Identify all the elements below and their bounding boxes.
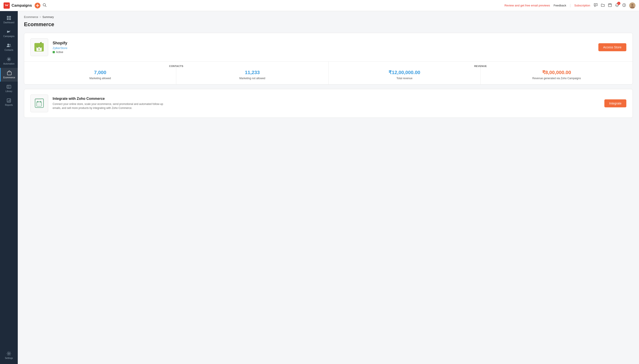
layout: Dashboard Campaigns Contacts Automation … (0, 11, 639, 364)
automation-icon (7, 57, 11, 62)
sidebar-item-library[interactable]: Library (0, 82, 18, 96)
svg-point-17 (9, 44, 11, 45)
access-store-button[interactable]: Access Store (598, 43, 626, 51)
shopify-header: S Shopify ZylkerStore Active Access Stor… (24, 33, 632, 62)
contacts-values: 7,000 Marketing allowed 11,233 Marketing… (24, 68, 328, 84)
contacts-icon (7, 43, 11, 48)
svg-rect-14 (7, 18, 9, 20)
total-revenue-stat: ₹12,00,000.00 Total revenue (329, 68, 480, 84)
shopify-logo: S (31, 38, 48, 56)
bell-icon[interactable]: 3 (615, 3, 619, 8)
page-title: Ecommerce (24, 21, 633, 28)
sidebar: Dashboard Campaigns Contacts Automation … (0, 11, 18, 364)
sidebar-item-contacts[interactable]: Contacts (0, 40, 18, 54)
shopify-card: S Shopify ZylkerStore Active Access Stor… (24, 33, 633, 84)
svg-point-18 (8, 58, 10, 60)
svg-point-27 (8, 353, 10, 354)
total-revenue-value: ₹12,00,000.00 (331, 70, 478, 76)
campaigns-revenue-stat: ₹8,00,000.00 Revenue generated via Zoho … (480, 68, 632, 84)
status-dot (53, 51, 55, 53)
campaigns-revenue-value: ₹8,00,000.00 (483, 70, 630, 76)
shopify-info: Shopify ZylkerStore Active (53, 41, 594, 54)
stats-table: CONTACTS 7,000 Marketing allowed 11,233 … (24, 62, 632, 84)
messages-icon[interactable] (594, 3, 598, 8)
review-link[interactable]: Review and get free email previews (504, 4, 550, 7)
zoho-commerce-card: Integrate with Zoho Commerce Connect you… (24, 89, 633, 118)
status-text: Active (56, 50, 63, 54)
calendar-icon[interactable] (608, 3, 612, 8)
commerce-card-inner: Integrate with Zoho Commerce Connect you… (24, 89, 632, 118)
marketing-not-allowed-stat: 11,233 Marketing not allowed (176, 68, 328, 84)
revenue-stats: REVENUE ₹12,00,000.00 Total revenue ₹8,0… (328, 62, 633, 84)
sidebar-item-automation[interactable]: Automation (0, 54, 18, 68)
svg-point-11 (631, 4, 633, 6)
folder-icon[interactable] (601, 3, 605, 8)
marketing-allowed-stat: 7,000 Marketing allowed (24, 68, 176, 84)
search-icon[interactable] (43, 3, 47, 8)
shopify-name: Shopify (53, 41, 594, 46)
sidebar-item-dashboard[interactable]: Dashboard (0, 13, 18, 26)
sidebar-label-contacts: Contacts (5, 49, 13, 52)
svg-point-16 (7, 44, 9, 46)
app-logo[interactable]: Campaigns (4, 2, 32, 9)
user-avatar[interactable] (629, 2, 635, 9)
sidebar-label-reports: Reports (5, 104, 13, 106)
sidebar-label-dashboard: Dashboard (4, 21, 15, 24)
reports-icon (7, 98, 11, 103)
sidebar-item-reports[interactable]: Reports (0, 96, 18, 109)
sidebar-label-automation: Automation (3, 62, 15, 65)
contacts-stats: CONTACTS 7,000 Marketing allowed 11,233 … (24, 62, 328, 84)
sidebar-item-campaigns[interactable]: Campaigns (0, 26, 18, 40)
integrate-button[interactable]: Integrate (604, 99, 626, 107)
breadcrumb-current: Summary (42, 16, 54, 19)
svg-text:S: S (38, 48, 40, 50)
campaigns-icon (7, 29, 11, 34)
shopify-logo-svg: S (33, 41, 46, 54)
main-content: Ecommerce > Summary Ecommerce S (18, 11, 639, 364)
revenue-values: ₹12,00,000.00 Total revenue ₹8,00,000.00… (329, 68, 633, 84)
marketing-not-allowed-label: Marketing not allowed (178, 77, 326, 80)
breadcrumb-separator: > (40, 16, 41, 19)
commerce-desc: Connect your online store, scale your ec… (53, 102, 164, 110)
help-icon[interactable]: ? (622, 3, 626, 8)
commerce-title: Integrate with Zoho Commerce (53, 97, 600, 101)
breadcrumb: Ecommerce > Summary (24, 16, 633, 19)
ecommerce-icon (7, 70, 12, 76)
revenue-section-title: REVENUE (329, 62, 633, 68)
logo-icon (4, 2, 10, 9)
dashboard-icon (7, 16, 11, 20)
svg-rect-13 (9, 16, 11, 18)
sidebar-item-settings[interactable]: Settings (0, 348, 18, 362)
sidebar-label-settings: Settings (5, 357, 13, 360)
marketing-allowed-value: 7,000 (27, 70, 174, 76)
sidebar-label-campaigns: Campaigns (3, 35, 15, 38)
app-name: Campaigns (12, 3, 32, 8)
commerce-info: Integrate with Zoho Commerce Connect you… (53, 97, 600, 110)
sidebar-label-library: Library (6, 90, 13, 93)
add-button[interactable] (35, 3, 41, 8)
commerce-logo-svg (33, 98, 46, 110)
nav-icons: 3 ? (594, 2, 635, 9)
subscription-link[interactable]: Subscription (574, 4, 590, 7)
campaigns-revenue-label: Revenue generated via Zoho Campaigns (483, 77, 630, 80)
svg-rect-15 (9, 18, 11, 20)
commerce-logo (31, 94, 48, 112)
top-nav: Campaigns Review and get free email prev… (0, 0, 639, 11)
sidebar-item-ecommerce[interactable]: Ecommerce (0, 68, 18, 82)
notification-badge: 3 (617, 2, 620, 5)
shopify-store-link[interactable]: ZylkerStore (53, 46, 594, 50)
contacts-section-title: CONTACTS (24, 62, 328, 68)
marketing-allowed-label: Marketing allowed (27, 77, 174, 80)
svg-line-1 (45, 6, 46, 7)
status-badge: Active (53, 50, 594, 54)
svg-rect-12 (7, 16, 9, 18)
feedback-link[interactable]: Feedback (553, 4, 566, 7)
breadcrumb-parent[interactable]: Ecommerce (24, 16, 38, 19)
total-revenue-label: Total revenue (331, 77, 478, 80)
svg-rect-4 (608, 4, 611, 7)
library-icon (7, 84, 11, 89)
svg-rect-20 (7, 85, 11, 88)
svg-rect-19 (7, 72, 11, 75)
settings-icon (7, 351, 11, 356)
svg-text:?: ? (623, 4, 625, 6)
